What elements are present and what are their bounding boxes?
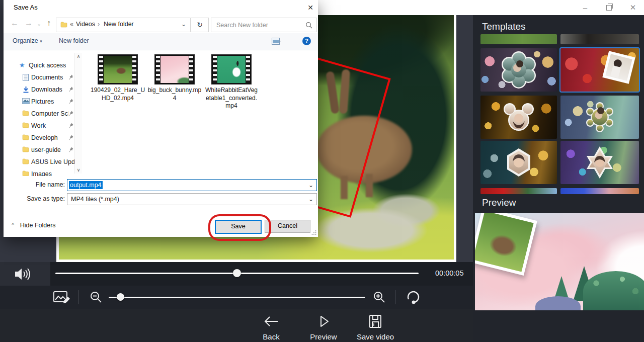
back-button[interactable]: Back	[246, 313, 296, 341]
template-thumbnail-flower[interactable]	[480, 48, 557, 92]
address-bar[interactable]: « Videos › New folder ⌄	[56, 18, 191, 32]
template-thumbnail[interactable]	[560, 188, 639, 194]
help-icon[interactable]: ?	[302, 37, 311, 45]
sidebar-item-work[interactable]: Work	[4, 120, 74, 132]
dialog-close-icon[interactable]: ✕	[304, 3, 316, 13]
sidebar-item-documents[interactable]: Documents	[4, 71, 74, 83]
template-thumbnail[interactable]	[560, 34, 639, 44]
back-arrow-icon	[262, 313, 280, 329]
breadcrumb-prefix: «	[70, 21, 73, 28]
breadcrumb-videos[interactable]: Videos	[76, 21, 95, 28]
pin-icon	[68, 135, 73, 140]
sidebar-item-asus-live-update[interactable]: ASUS Live Updat	[4, 156, 74, 168]
pin-icon	[68, 147, 73, 152]
template-thumbnail-hexagon[interactable]	[480, 141, 557, 184]
resize-grip[interactable]	[311, 230, 316, 235]
dialog-nav-row: ← → ⌄ ↑ « Videos › New folder ⌄ ↻	[4, 17, 318, 33]
save-button[interactable]: Save	[215, 220, 262, 234]
preview-button[interactable]: Preview	[298, 313, 349, 341]
zoom-in-icon[interactable]	[373, 291, 386, 304]
folder-icon	[22, 170, 29, 176]
folder-icon	[22, 134, 29, 140]
sidebar-item-images[interactable]: Images	[4, 168, 74, 176]
address-chevron-icon[interactable]: ⌄	[181, 21, 186, 28]
refresh-button[interactable]: ↻	[191, 18, 209, 32]
save-as-type-dropdown-icon: ⌄	[308, 194, 313, 205]
tools-row	[0, 286, 473, 309]
save-as-type-select[interactable]: MP4 files (*.mp4) ⌄	[67, 193, 317, 205]
new-folder-button[interactable]: New folder	[59, 37, 89, 44]
sidebar-item-label: Documents	[31, 71, 68, 83]
sidebar-item-developh[interactable]: Developh	[4, 132, 74, 144]
preview-image	[475, 213, 644, 310]
video-file-thumbnail	[211, 54, 252, 84]
headphones-icon[interactable]	[406, 290, 421, 305]
restore-button[interactable]	[606, 5, 612, 11]
minimize-button[interactable]: –	[578, 3, 593, 12]
nav-forward-icon[interactable]: →	[25, 19, 33, 28]
edit-image-icon[interactable]	[53, 290, 71, 305]
breadcrumb-new-folder[interactable]: New folder	[104, 21, 134, 28]
close-button[interactable]: ✕	[625, 3, 640, 12]
sidebar-item-label: Images	[31, 168, 68, 176]
seek-handle[interactable]	[233, 269, 241, 277]
zoom-slider-handle[interactable]	[117, 293, 124, 301]
sidebar-item-pictures[interactable]: Pictures	[4, 96, 74, 108]
zoom-slider[interactable]	[109, 297, 365, 298]
scroll-up-icon[interactable]: ∧	[75, 53, 82, 60]
file-item[interactable]: big_buck_bunny.mp4	[147, 54, 202, 102]
preview-photo-hare	[475, 213, 534, 272]
picture-icon	[22, 98, 30, 104]
view-selector-icon[interactable]	[272, 38, 282, 45]
sidebar-item-quick-access[interactable]: ★ Quick access	[4, 59, 74, 71]
bottom-navigation: Back Preview Save video	[0, 309, 473, 342]
file-name: 190429_02_Hare_UHD_02.mp4	[90, 87, 145, 102]
search-icon[interactable]	[305, 22, 312, 29]
document-icon	[23, 74, 29, 81]
sidebar-item-label: Computer Sci	[31, 108, 68, 120]
nav-back-icon[interactable]: ←	[11, 19, 19, 28]
preview-title: Preview	[482, 197, 516, 208]
folder-icon	[22, 158, 29, 164]
sidebar-scrollbar[interactable]: ∧ ∨	[74, 53, 82, 174]
search-input[interactable]	[215, 20, 303, 30]
scroll-down-icon[interactable]: ∨	[75, 166, 82, 174]
app-window: – ✕ Templates	[0, 0, 644, 342]
hide-folders-button[interactable]: ⌃ Hide Folders	[11, 222, 56, 229]
back-label: Back	[246, 332, 296, 341]
pin-icon	[68, 123, 73, 128]
template-thumbnail[interactable]	[480, 34, 557, 44]
file-name-label: File name:	[5, 181, 65, 188]
template-thumbnail-gear[interactable]	[560, 96, 639, 139]
sidebar-item-downloads[interactable]: Downloads	[4, 83, 74, 96]
divider	[395, 290, 395, 304]
sidebar-item-label: ASUS Live Updat	[31, 156, 74, 168]
file-name-input[interactable]: output.mp4 ⌄	[67, 179, 317, 191]
sidebar-item-label: Pictures	[31, 96, 68, 108]
dialog-title: Save As	[14, 4, 38, 11]
file-item[interactable]: 190429_02_Hare_UHD_02.mp4	[90, 54, 145, 102]
nav-history-dropdown-icon[interactable]: ⌄	[37, 21, 41, 27]
cancel-button[interactable]: Cancel	[265, 220, 310, 233]
template-thumbnail[interactable]	[480, 188, 557, 194]
file-name: WhiteRabbitEatVegetable1_converted.mp4	[204, 87, 259, 110]
file-item[interactable]: WhiteRabbitEatVegetable1_converted.mp4	[204, 54, 259, 110]
file-name: big_buck_bunny.mp4	[147, 87, 202, 102]
search-box	[211, 18, 317, 32]
save-as-type-label: Save as type:	[5, 195, 65, 202]
organize-menu[interactable]: Organize ▾	[13, 37, 42, 44]
sidebar-item-user-guide[interactable]: user-guide	[4, 144, 74, 156]
nav-up-icon[interactable]: ↑	[47, 19, 51, 28]
sidebar-item-computer-sci[interactable]: Computer Sci	[4, 108, 74, 120]
template-thumbnail-selected[interactable]	[560, 48, 639, 92]
dialog-body: ★ Quick access Documents Downloads	[4, 50, 318, 176]
volume-button[interactable]	[0, 262, 50, 286]
app-titlebar: – ✕	[302, 0, 644, 15]
template-thumbnail-mickey[interactable]	[480, 96, 557, 139]
zoom-out-icon[interactable]	[90, 291, 103, 304]
save-video-button[interactable]: Save video	[350, 313, 400, 341]
template-thumbnail-star[interactable]	[560, 141, 639, 184]
pin-icon	[68, 87, 73, 92]
file-name-dropdown-icon[interactable]: ⌄	[308, 180, 313, 191]
save-as-type-value: MP4 files (*.mp4)	[71, 194, 119, 205]
